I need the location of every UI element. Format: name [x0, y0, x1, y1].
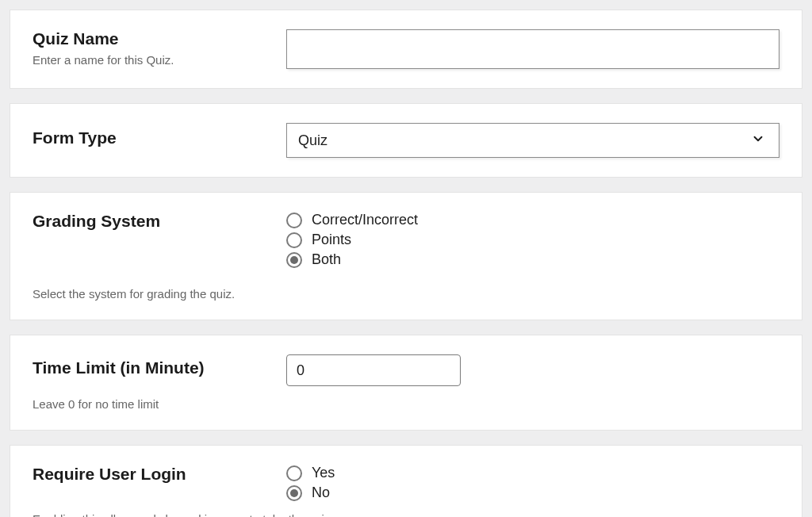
grading-radio-both[interactable]: Both — [286, 251, 779, 268]
quiz-name-label: Quiz Name — [33, 29, 286, 48]
require-login-yes-label: Yes — [312, 465, 335, 481]
quiz-name-input[interactable] — [286, 29, 779, 69]
panel-form-type: Form Type Quiz — [10, 103, 802, 178]
time-limit-label: Time Limit (in Minute) — [33, 358, 286, 377]
radio-icon — [286, 213, 302, 228]
time-limit-input[interactable] — [286, 354, 461, 386]
time-limit-desc: Leave 0 for no time limit — [33, 397, 779, 411]
grading-radio-correct-incorrect[interactable]: Correct/Incorrect — [286, 212, 779, 228]
grading-label: Grading System — [33, 212, 286, 231]
radio-icon-selected — [286, 252, 302, 268]
grading-desc: Select the system for grading the quiz. — [33, 287, 779, 301]
require-login-radio-no[interactable]: No — [286, 484, 779, 501]
require-login-label: Require User Login — [33, 465, 286, 484]
require-login-no-label: No — [312, 484, 330, 501]
panel-require-login: Require User Login Yes No Enabling this … — [10, 445, 802, 517]
quiz-name-desc: Enter a name for this Quiz. — [33, 53, 286, 67]
require-login-desc: Enabling this allows only logged in user… — [33, 512, 779, 517]
form-type-label: Form Type — [33, 128, 286, 147]
radio-icon — [286, 232, 302, 248]
radio-icon-selected — [286, 485, 302, 501]
grading-opt1-label: Correct/Incorrect — [312, 212, 418, 228]
require-login-radio-yes[interactable]: Yes — [286, 465, 779, 481]
panel-time-limit: Time Limit (in Minute) Leave 0 for no ti… — [10, 335, 802, 431]
form-type-select[interactable]: Quiz — [286, 123, 779, 158]
grading-opt3-label: Both — [312, 251, 341, 268]
panel-grading-system: Grading System Correct/Incorrect Points … — [10, 192, 802, 320]
grading-opt2-label: Points — [312, 232, 351, 248]
grading-radio-points[interactable]: Points — [286, 232, 779, 248]
radio-icon — [286, 465, 302, 481]
panel-quiz-name: Quiz Name Enter a name for this Quiz. — [10, 10, 802, 89]
form-type-selected: Quiz — [298, 132, 327, 149]
